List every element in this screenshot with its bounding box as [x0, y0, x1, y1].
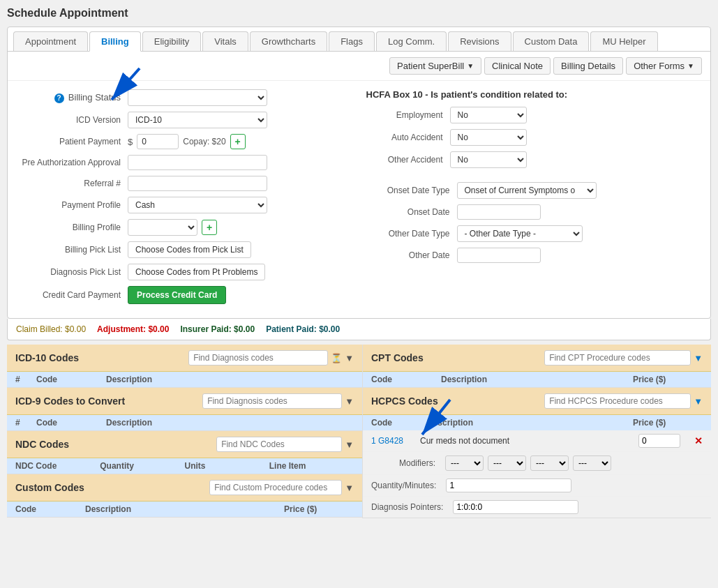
ndc-search-input[interactable] — [216, 437, 342, 452]
icd10-search-input[interactable] — [188, 350, 328, 365]
icd10-header: ICD-10 Codes ⏳ ▼ — [7, 345, 362, 372]
add-billing-profile-button[interactable]: + — [202, 220, 217, 235]
billing-details-button[interactable]: Billing Details — [553, 57, 623, 75]
bottom-right: CPT Codes ▼ Code Description Price ($) H… — [363, 345, 711, 518]
billing-details-label: Billing Details — [561, 61, 615, 71]
left-panel: ? Billing Status ICD Version ICD-10 ICD-… — [16, 89, 352, 310]
tab-appointment[interactable]: Appointment — [13, 31, 88, 51]
custom-col-code: Code — [15, 504, 85, 514]
other-forms-button[interactable]: Other Forms ▼ — [626, 57, 702, 75]
process-credit-card-button[interactable]: Process Credit Card — [128, 286, 226, 304]
ndc-table-header: NDC Code Quantity Units Line Item — [7, 458, 362, 474]
onset-date-type-select[interactable]: Onset of Current Symptoms o Other Date T… — [457, 182, 597, 199]
billing-profile-row: Billing Profile + — [16, 219, 352, 236]
tab-bar: Appointment Billing Eligibility Vitals G… — [8, 27, 710, 52]
other-accident-select[interactable]: NoYes — [450, 151, 527, 168]
ndc-col-qty: Quantity — [100, 461, 184, 471]
credit-card-label: Credit Card Payment — [16, 290, 128, 300]
onset-date-row: Onset Date — [366, 204, 703, 220]
other-date-type-select[interactable]: - Other Date Type - — [457, 225, 583, 242]
icd10-dropdown-icon[interactable]: ▼ — [345, 353, 354, 363]
pre-auth-input[interactable] — [128, 155, 267, 170]
icd-version-select[interactable]: ICD-10 ICD-9 — [128, 112, 267, 128]
custom-dropdown-icon[interactable]: ▼ — [345, 483, 354, 493]
custom-col-price: Price ($) — [284, 504, 354, 514]
ndc-search-group: ▼ — [216, 437, 354, 452]
employment-label: Employment — [366, 110, 450, 120]
referral-input[interactable] — [128, 176, 267, 191]
modifier-select-2[interactable]: --- — [488, 455, 526, 471]
modifier-select-3[interactable]: --- — [530, 455, 569, 471]
hcpcs-section: HCPCS Codes ▼ Code Description Price ($)… — [363, 388, 711, 518]
billing-profile-label: Billing Profile — [16, 223, 128, 232]
billing-profile-select[interactable] — [128, 219, 197, 236]
auto-accident-select[interactable]: NoYes — [450, 129, 527, 146]
auto-accident-row: Auto Accident NoYes — [366, 129, 703, 146]
tab-revisions[interactable]: Revisions — [448, 31, 511, 51]
custom-search-input[interactable] — [209, 480, 342, 495]
tab-billing[interactable]: Billing — [89, 31, 141, 52]
ndc-dropdown-icon[interactable]: ▼ — [345, 439, 354, 450]
cpt-search-input[interactable] — [544, 350, 691, 365]
cpt-dropdown-icon[interactable]: ▼ — [694, 353, 703, 363]
credit-card-row: Credit Card Payment Process Credit Card — [16, 286, 352, 304]
modifier-select-4[interactable]: --- — [573, 455, 611, 471]
onset-date-type-row: Onset Date Type Onset of Current Symptom… — [366, 182, 703, 199]
quantity-input[interactable] — [446, 478, 571, 492]
icd10-title: ICD-10 Codes — [15, 352, 79, 363]
billing-status-row: ? Billing Status — [16, 89, 352, 106]
ndc-title: NDC Codes — [15, 439, 69, 450]
hcpcs-desc: Cur meds not document — [420, 436, 638, 446]
hcpcs-price-input[interactable] — [638, 434, 680, 448]
onset-date-label: Onset Date — [366, 207, 457, 217]
tab-vitals[interactable]: Vitals — [202, 31, 248, 51]
onset-date-input[interactable] — [457, 204, 541, 220]
icd10-search-icon: ⏳ — [331, 353, 342, 363]
patient-payment-input[interactable] — [137, 134, 179, 149]
hcpcs-search-group: ▼ — [544, 393, 703, 409]
ndc-col-lineitem: Line Item — [269, 461, 354, 471]
icd10-col-code: Code — [36, 375, 106, 384]
clinical-note-button[interactable]: Clinical Note — [484, 57, 551, 75]
icd9-table-header: # Code Description — [7, 415, 362, 430]
ndc-col-code: NDC Code — [15, 461, 100, 471]
hcpcs-search-input[interactable] — [544, 393, 691, 409]
hcpcs-col-code: Code — [371, 418, 427, 428]
tab-custom-data[interactable]: Custom Data — [513, 31, 590, 51]
payment-profile-row: Payment Profile Cash — [16, 197, 352, 213]
choose-codes-from-pick-list-button[interactable]: Choose Codes from Pick List — [128, 241, 251, 258]
superbill-caret-icon: ▼ — [467, 62, 474, 70]
patient-superbill-button[interactable]: Patient SuperBill ▼ — [389, 57, 481, 75]
hcpcs-delete-button[interactable]: ✕ — [694, 435, 703, 446]
hcpcs-dropdown-icon[interactable]: ▼ — [694, 396, 703, 407]
other-accident-row: Other Accident NoYes — [366, 151, 703, 168]
tab-growthcharts[interactable]: Growthcharts — [250, 31, 327, 51]
billing-status-help-icon[interactable]: ? — [54, 93, 64, 103]
billing-status-select[interactable] — [128, 89, 267, 106]
icd9-search-input[interactable] — [202, 393, 342, 409]
icd9-col-hash: # — [15, 418, 36, 428]
employment-select[interactable]: NoYes — [450, 107, 527, 123]
icd9-dropdown-icon[interactable]: ▼ — [345, 396, 354, 407]
ndc-section: NDC Codes ▼ NDC Code Quantity Units Line… — [7, 431, 362, 474]
hcpcs-code-link[interactable]: 1 G8428 — [371, 436, 420, 446]
billing-status-label: ? Billing Status — [16, 92, 128, 103]
choose-codes-from-problems-button[interactable]: Choose Codes from Pt Problems — [128, 264, 265, 280]
icd9-col-code: Code — [36, 418, 106, 428]
other-accident-label: Other Accident — [366, 155, 450, 165]
tab-log-comm[interactable]: Log Comm. — [376, 31, 447, 51]
add-payment-button[interactable]: + — [230, 134, 246, 149]
payment-profile-select[interactable]: Cash — [128, 197, 267, 213]
diagnosis-pointers-input[interactable] — [453, 500, 578, 514]
tab-mu-helper[interactable]: MU Helper — [590, 31, 657, 51]
tab-flags[interactable]: Flags — [329, 31, 375, 51]
modifier-select-1[interactable]: --- — [445, 455, 484, 471]
onset-date-type-label: Onset Date Type — [366, 186, 457, 195]
quantity-row: Quantity/Minutes: — [363, 475, 711, 497]
other-date-input[interactable] — [457, 248, 541, 263]
hcpcs-table-header: Code Description Price ($) — [363, 415, 711, 430]
tab-eligibility[interactable]: Eligibility — [142, 31, 202, 51]
toolbar: Patient SuperBill ▼ Clinical Note Billin… — [8, 52, 710, 81]
billing-profile-group: + — [128, 219, 217, 236]
other-forms-label: Other Forms — [634, 61, 685, 71]
